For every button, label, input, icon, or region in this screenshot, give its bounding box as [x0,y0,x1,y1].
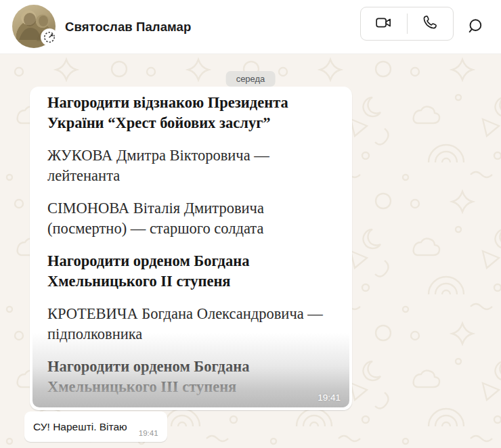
phone-icon [421,14,439,34]
message-timestamp: 19:41 [139,429,158,442]
chat-conversation-panel: середа Нагородити відзнакою Президента У… [0,54,501,448]
call-button-group [360,7,454,41]
document-image: Нагородити відзнакою Президента України … [32,89,349,407]
chat-header: Святослав Паламар [0,0,501,54]
document-line: ЖУКОВА Дмитра Вікторовича — [47,145,334,166]
video-call-button[interactable] [361,7,407,40]
document-line: КРОТЕВИЧА Богдана Олександровича — [47,304,334,324]
message-image-bubble[interactable]: Нагородити відзнакою Президента України … [30,87,352,410]
document-line: Хмельницького III ступеня [47,377,334,397]
document-line: Хмельницького II ступеня [47,271,334,292]
document-line: Нагородити орденом Богдана [47,251,334,271]
clock-icon [41,29,58,45]
video-camera-icon [374,14,393,35]
document-line: підполковника [47,324,334,344]
contact-name[interactable]: Святослав Паламар [65,0,191,54]
search-icon [466,16,486,39]
document-line: Нагородити відзнакою Президента [47,93,334,113]
document-heading: Нагородити орденом Богдана Хмельницького… [47,251,334,292]
date-separator: середа [226,71,276,87]
document-line: СІМОНОВА Віталія Дмитровича [47,198,334,219]
document-paragraph: СІМОНОВА Віталія Дмитровича (посмертно) … [47,198,334,239]
voice-call-button[interactable] [408,7,454,40]
search-button[interactable] [463,16,489,39]
document-text: Нагородити відзнакою Президента України … [32,89,349,397]
message-timestamp: 19:41 [318,393,341,403]
contact-avatar[interactable] [12,5,56,48]
message-text-bubble: СУ! Нарешті. Вітаю 19:41 [24,411,167,442]
document-paragraph: ЖУКОВА Дмитра Вікторовича — лейтенанта [47,145,334,186]
message-text: СУ! Нарешті. Вітаю [33,421,127,433]
document-line: Нагородити орденом Богдана [47,357,334,377]
document-line: лейтенанта [47,166,334,186]
document-line: (посмертно) — старшого солдата [47,219,334,239]
document-paragraph: КРОТЕВИЧА Богдана Олександровича — підпо… [47,304,334,344]
document-heading: Нагородити відзнакою Президента України … [47,93,334,133]
document-heading: Нагородити орденом Богдана Хмельницького… [47,357,334,397]
document-line: України “Хрест бойових заслуг” [47,113,334,133]
